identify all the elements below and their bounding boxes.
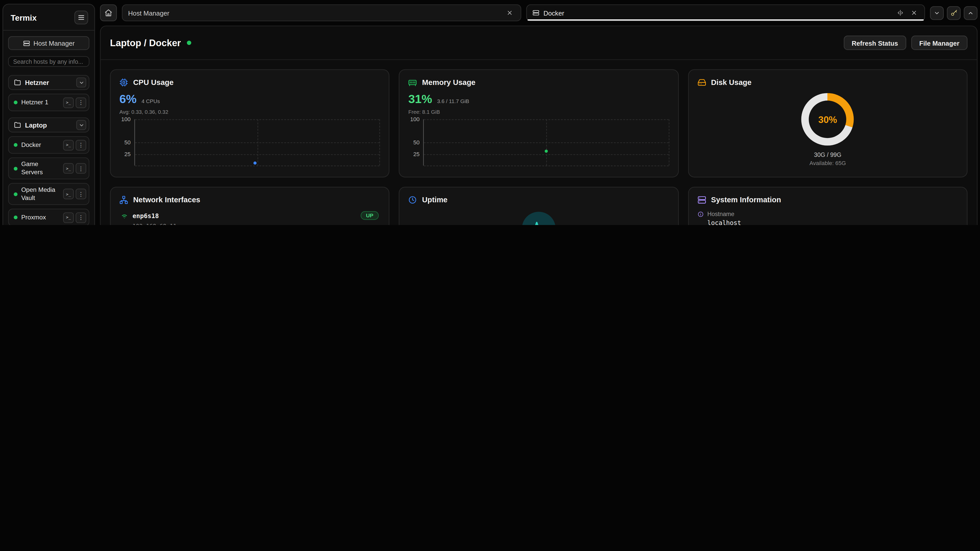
host-manager-label: Host Manager [33, 39, 75, 47]
wifi-icon [121, 212, 128, 219]
terminal-button[interactable]: >_ [63, 140, 74, 150]
host-item-hetzner-1[interactable]: Hetzner 1 >_ ⋮ [8, 94, 89, 111]
memory-icon [408, 78, 417, 87]
card-title: Uptime [422, 196, 448, 204]
scroll-tabs-up-button[interactable] [964, 6, 977, 20]
terminal-button[interactable]: >_ [63, 163, 74, 174]
group-name: Hetzner [25, 79, 49, 86]
host-item-docker[interactable]: Docker >_ ⋮ [8, 136, 89, 154]
terminal-button[interactable]: >_ [63, 189, 74, 200]
collapse-group-button[interactable] [76, 120, 86, 130]
app-title: Termix [11, 13, 37, 22]
status-dot [14, 167, 18, 170]
server-stack-icon [697, 196, 706, 204]
system-info-label: Hostname [707, 210, 734, 218]
close-icon [911, 10, 916, 16]
chevron-down-icon [934, 10, 940, 16]
main-panel: Laptop / Docker Refresh Status File Mana… [100, 25, 977, 225]
close-tab-button[interactable] [909, 8, 919, 18]
server-icon [532, 10, 539, 16]
network-interfaces-card: Network Interfaces enp6s18 UP 192.168.68… [110, 187, 390, 225]
terminal-button[interactable]: >_ [63, 97, 74, 108]
home-button[interactable] [100, 4, 117, 21]
cpu-icon [119, 78, 128, 87]
terminal-button[interactable]: >_ [63, 212, 74, 223]
refresh-status-button[interactable]: Refresh Status [843, 36, 906, 50]
host-group-hetzner: Hetzner Hetzner 1 >_ ⋮ [8, 75, 89, 111]
activity-icon [531, 221, 547, 225]
interface-list: enp6s18 UP 192.168.68.11 br-73718f7a09d2… [119, 206, 380, 225]
cpu-percent: 6% [119, 92, 137, 106]
disk-percent: 30% [818, 114, 837, 125]
memory-chart-axis: 100 50 25 [408, 119, 423, 165]
chevron-up-icon [967, 10, 974, 16]
host-item-open-media-vault[interactable]: Open Media Vault >_ ⋮ [8, 183, 89, 205]
close-tab-button[interactable] [505, 8, 515, 18]
kebab-menu-icon: ⋮ [78, 191, 84, 197]
uptime-pulse-badge [522, 212, 555, 225]
group-header-hetzner[interactable]: Hetzner [8, 75, 89, 90]
collapse-group-button[interactable] [76, 78, 86, 87]
tab-host-manager[interactable]: Host Manager [122, 4, 521, 21]
memory-data-point [545, 150, 548, 153]
group-name: Laptop [25, 121, 47, 129]
kebab-menu-icon: ⋮ [78, 99, 84, 105]
host-item-proxmox[interactable]: Proxmox >_ ⋮ [8, 209, 89, 225]
info-icon [697, 211, 703, 217]
folder-icon [14, 121, 21, 129]
memory-chart-plot [423, 119, 669, 165]
tab-label: Docker [543, 9, 564, 17]
host-menu-button[interactable]: ⋮ [76, 97, 86, 108]
card-title: CPU Usage [133, 78, 173, 87]
chevron-down-icon [78, 122, 84, 128]
hamburger-icon [78, 14, 85, 21]
split-view-icon[interactable] [897, 10, 904, 16]
group-header-laptop[interactable]: Laptop [8, 118, 89, 132]
ssh-keys-button[interactable] [947, 6, 961, 20]
main-header: Laptop / Docker Refresh Status File Mana… [100, 26, 977, 60]
system-information-card: System Information Hostname localhost [688, 187, 967, 225]
chevron-down-icon [78, 79, 84, 85]
scroll-tabs-down-button[interactable] [930, 6, 944, 20]
host-name: Docker [21, 141, 59, 149]
uptime-card: Uptime 12d 3h 18m Total Uptime 1,048,683… [399, 187, 678, 225]
terminal-icon: >_ [66, 192, 71, 197]
memory-free: Free: 8.1 GiB [408, 109, 669, 115]
host-item-game-servers[interactable]: Game Servers >_ ⋮ [8, 157, 89, 179]
disk-usage-text: 30G / 99G [814, 151, 842, 158]
system-info-item: Hostname localhost [697, 210, 958, 225]
disk-usage-card: Disk Usage 30% 30G / 99G Available: 65G [688, 69, 967, 178]
sidebar-header: Termix [8, 10, 89, 30]
topbar: Host Manager Docker [100, 4, 977, 21]
divider [3, 30, 94, 30]
card-title: Disk Usage [711, 78, 751, 87]
home-icon [104, 9, 113, 17]
active-tab-indicator [527, 19, 924, 21]
interface-name: enp6s18 [132, 212, 159, 219]
tab-docker[interactable]: Docker [526, 4, 925, 21]
folder-icon [14, 79, 21, 86]
hamburger-menu-button[interactable] [74, 11, 88, 24]
host-menu-button[interactable]: ⋮ [76, 189, 86, 200]
stats-grid: CPU Usage 6% 4 CPUs Avg: 0.33, 0.36, 0.3… [110, 69, 967, 225]
file-manager-button[interactable]: File Manager [911, 36, 967, 50]
system-info-list: Hostname localhost Operating System Debi… [697, 210, 958, 225]
terminal-icon: >_ [66, 142, 71, 148]
search-input[interactable] [8, 56, 89, 67]
interface-ip: 192.168.68.11 [132, 223, 379, 225]
host-menu-button[interactable]: ⋮ [76, 140, 86, 150]
close-icon [507, 10, 512, 16]
memory-usage: 3.6 / 11.7 GiB [437, 98, 469, 104]
host-manager-button[interactable]: Host Manager [8, 36, 89, 50]
host-menu-button[interactable]: ⋮ [76, 163, 86, 174]
main-body: CPU Usage 6% 4 CPUs Avg: 0.33, 0.36, 0.3… [100, 60, 977, 225]
status-dot [14, 216, 18, 219]
terminal-icon: >_ [66, 100, 71, 105]
memory-percent: 31% [408, 92, 432, 106]
tab-label: Host Manager [128, 9, 169, 17]
host-menu-button[interactable]: ⋮ [76, 212, 86, 223]
card-title: Network Interfaces [133, 196, 200, 204]
card-title: Memory Usage [422, 78, 476, 87]
hard-drive-icon [697, 78, 706, 87]
network-icon [119, 196, 128, 204]
